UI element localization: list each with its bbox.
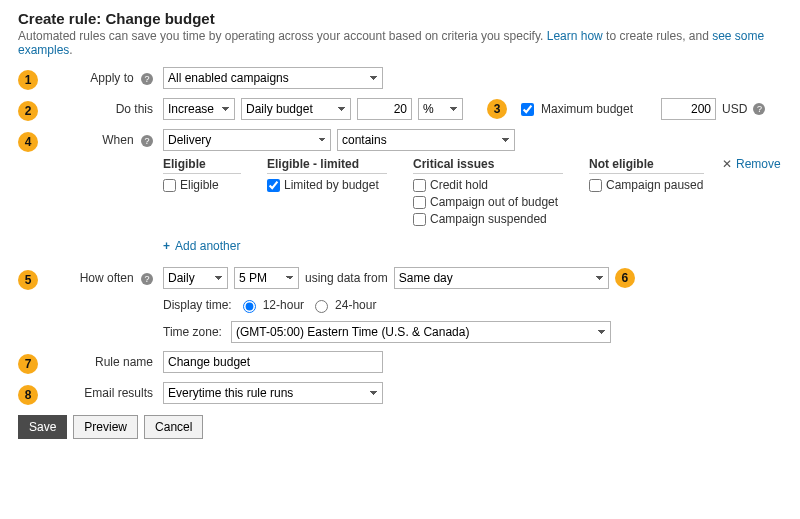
rule-name-input[interactable]	[163, 351, 383, 373]
apply-to-select[interactable]: All enabled campaigns	[163, 67, 383, 89]
how-often-label: How often ?	[48, 271, 163, 285]
step-3-badge: 3	[487, 99, 507, 119]
radio-12-hour[interactable]: 12-hour	[238, 297, 304, 313]
preview-button[interactable]: Preview	[73, 415, 138, 439]
when-label: When ?	[48, 133, 163, 147]
do-this-label: Do this	[48, 102, 163, 116]
chk-out-of-budget[interactable]: Campaign out of budget	[413, 195, 563, 209]
close-icon: ✕	[722, 157, 732, 171]
chk-paused[interactable]: Campaign paused	[589, 178, 704, 192]
help-icon[interactable]: ?	[141, 135, 153, 147]
chk-credit-hold[interactable]: Credit hold	[413, 178, 563, 192]
add-another-link[interactable]: + Add another	[163, 239, 782, 253]
when-metric-select[interactable]: Delivery	[163, 129, 331, 151]
when-operator-select[interactable]: contains	[337, 129, 515, 151]
page-subtitle: Automated rules can save you time by ope…	[18, 29, 782, 57]
col-not-eligible: Not eligible Campaign paused	[589, 157, 704, 229]
col-eligible-limited: Eligible - limited Limited by budget	[267, 157, 387, 229]
remove-condition-link[interactable]: ✕ Remove	[722, 157, 781, 171]
learn-how-link[interactable]: Learn how	[547, 29, 603, 43]
page-title: Create rule: Change budget	[18, 10, 782, 27]
max-budget-input[interactable]	[661, 98, 716, 120]
email-results-select[interactable]: Everytime this rule runs	[163, 382, 383, 404]
time-select[interactable]: 5 PM	[234, 267, 299, 289]
chk-limited-budget[interactable]: Limited by budget	[267, 178, 387, 192]
chk-eligible[interactable]: Eligible	[163, 178, 241, 192]
plus-icon: +	[163, 239, 170, 253]
action-select[interactable]: Increase	[163, 98, 235, 120]
help-icon[interactable]: ?	[753, 103, 765, 115]
cancel-button[interactable]: Cancel	[144, 415, 203, 439]
radio-24-hour[interactable]: 24-hour	[310, 297, 376, 313]
step-4-badge: 4	[18, 132, 38, 152]
help-icon[interactable]: ?	[141, 273, 153, 285]
amount-input[interactable]	[357, 98, 412, 120]
rule-name-label: Rule name	[48, 355, 163, 369]
apply-to-label: Apply to ?	[48, 71, 163, 85]
frequency-select[interactable]: Daily	[163, 267, 228, 289]
step-1-badge: 1	[18, 70, 38, 90]
max-budget-checkbox[interactable]: Maximum budget	[517, 100, 633, 119]
col-critical: Critical issues Credit hold Campaign out…	[413, 157, 563, 229]
email-results-label: Email results	[48, 386, 163, 400]
unit-select[interactable]: %	[418, 98, 463, 120]
help-icon[interactable]: ?	[141, 73, 153, 85]
target-select[interactable]: Daily budget	[241, 98, 351, 120]
data-range-select[interactable]: Same day	[394, 267, 609, 289]
step-8-badge: 8	[18, 385, 38, 405]
col-eligible: Eligible Eligible	[163, 157, 241, 229]
step-7-badge: 7	[18, 354, 38, 374]
chk-suspended[interactable]: Campaign suspended	[413, 212, 563, 226]
save-button[interactable]: Save	[18, 415, 67, 439]
currency-label: USD	[722, 102, 747, 116]
step-2-badge: 2	[18, 101, 38, 121]
step-5-badge: 5	[18, 270, 38, 290]
step-6-badge: 6	[615, 268, 635, 288]
timezone-select[interactable]: (GMT-05:00) Eastern Time (U.S. & Canada)	[231, 321, 611, 343]
